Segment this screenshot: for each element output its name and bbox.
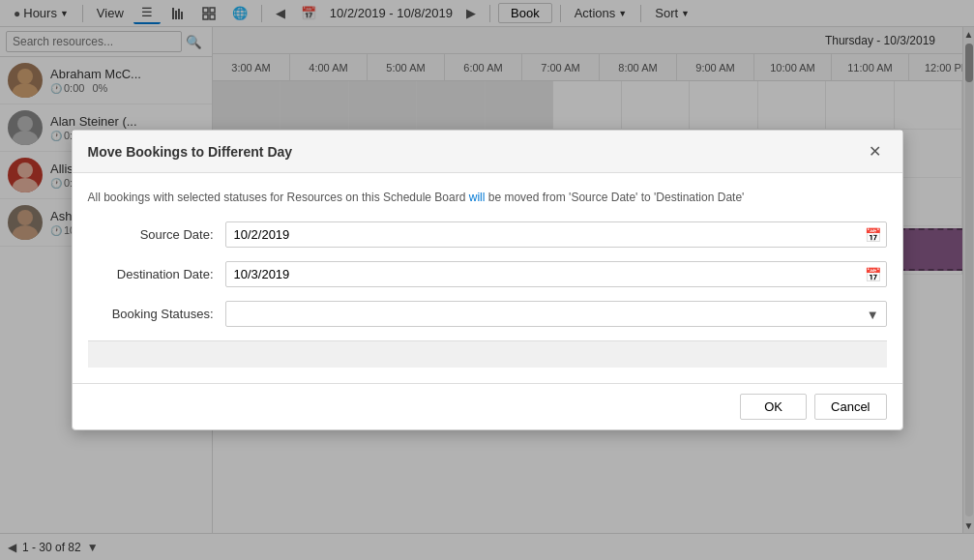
booking-statuses-wrap: ▼ xyxy=(225,301,887,327)
source-date-row: Source Date: 📅 xyxy=(88,221,887,248)
cancel-button[interactable]: Cancel xyxy=(814,394,886,420)
destination-date-wrap: 📅 xyxy=(225,261,887,287)
source-date-label: Source Date: xyxy=(88,227,214,242)
modal-info-link: will xyxy=(469,191,486,204)
booking-statuses-row: Booking Statuses: ▼ xyxy=(88,301,887,327)
modal-info-text2: be moved from 'Source Date' to 'Destinat… xyxy=(485,191,744,204)
modal: Move Bookings to Different Day ✕ All boo… xyxy=(72,130,903,430)
modal-header: Move Bookings to Different Day ✕ xyxy=(73,131,902,173)
modal-info-text1: All bookings with selected statuses for … xyxy=(88,191,469,204)
destination-date-calendar-icon[interactable]: 📅 xyxy=(865,267,881,282)
booking-statuses-label: Booking Statuses: xyxy=(88,307,214,321)
source-date-wrap: 📅 xyxy=(225,221,887,248)
modal-close-button[interactable]: ✕ xyxy=(863,140,887,162)
booking-statuses-select[interactable] xyxy=(225,301,887,327)
ok-button[interactable]: OK xyxy=(740,394,807,420)
destination-date-label: Destination Date: xyxy=(88,267,214,281)
destination-date-input[interactable] xyxy=(225,261,887,287)
modal-footer: OK Cancel xyxy=(73,383,902,429)
modal-body: All bookings with selected statuses for … xyxy=(73,173,902,383)
modal-title: Move Bookings to Different Day xyxy=(88,144,293,160)
source-date-input[interactable] xyxy=(225,221,887,248)
modal-overlay: Move Bookings to Different Day ✕ All boo… xyxy=(0,0,974,560)
modal-footer-bar xyxy=(88,340,887,368)
source-date-calendar-icon[interactable]: 📅 xyxy=(865,227,881,243)
modal-info: All bookings with selected statuses for … xyxy=(88,189,887,206)
destination-date-row: Destination Date: 📅 xyxy=(88,261,887,287)
